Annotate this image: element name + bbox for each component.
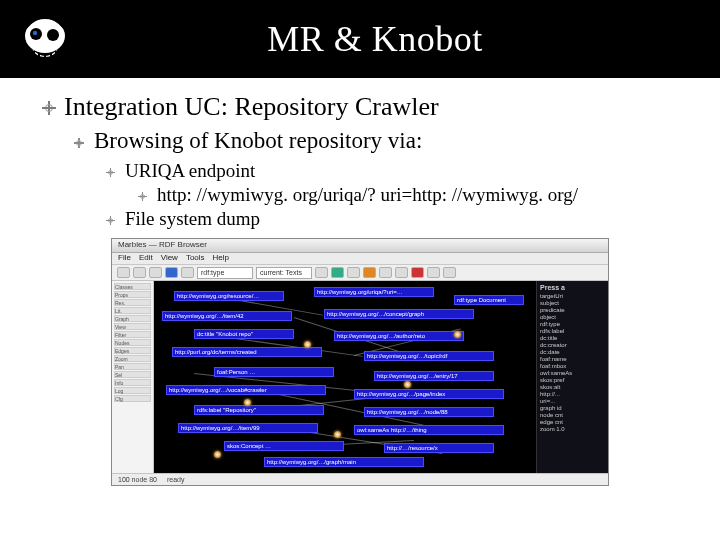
bullet-text: Integration UC: Repository Crawler bbox=[64, 92, 439, 122]
graph-orb-icon bbox=[214, 451, 221, 458]
graph-node[interactable]: owl:sameAs http://…/thing bbox=[354, 425, 504, 435]
bullet-text: http: //wymiwyg. org/uriqa/? uri=http: /… bbox=[157, 184, 578, 206]
graph-orb-icon bbox=[404, 381, 411, 388]
sidebar-item[interactable]: Log bbox=[114, 387, 151, 394]
panel-row: dc:creator bbox=[540, 342, 605, 349]
panel-row: edge cnt bbox=[540, 419, 605, 426]
panel-row: zoom 1.0 bbox=[540, 426, 605, 433]
sidebar-item[interactable]: Sel bbox=[114, 371, 151, 378]
graph-node[interactable]: http://wymiwyg.org/…/vocab#crawler bbox=[166, 385, 326, 395]
bullet-text: Browsing of Knobot repository via: bbox=[94, 128, 422, 154]
graph-orb-icon bbox=[454, 331, 461, 338]
graph-node[interactable]: http://wymiwyg.org/…/page/index bbox=[354, 389, 504, 399]
sidebar-item[interactable]: Edges bbox=[114, 347, 151, 354]
toolbar-button[interactable] bbox=[315, 267, 328, 278]
panel-row: http://... bbox=[540, 391, 605, 398]
graph-node[interactable]: rdfs:label "Repository" bbox=[194, 405, 324, 415]
panel-row: graph id bbox=[540, 405, 605, 412]
toolbar-button[interactable] bbox=[411, 267, 424, 278]
graph-node[interactable]: rdf:type Document bbox=[454, 295, 524, 305]
graph-node[interactable]: http://wymiwyg.org/…/topic/rdf bbox=[364, 351, 494, 361]
panel-row: dc:title bbox=[540, 335, 605, 342]
toolbar-button[interactable] bbox=[165, 267, 178, 278]
bullet-level3: URIQA endpoint bbox=[106, 160, 678, 182]
graph-node[interactable]: http://wymiwyg.org/…/author/reto bbox=[334, 331, 464, 341]
panel-row: rdfs:label bbox=[540, 328, 605, 335]
panel-row: node cnt bbox=[540, 412, 605, 419]
panel-row: predicate bbox=[540, 307, 605, 314]
graph-node[interactable]: http://wymiwyg.org/…/item/99 bbox=[178, 423, 318, 433]
right-panel: Press a targetUrisubjectpredicateobjectr… bbox=[536, 281, 608, 473]
menu-item[interactable]: File bbox=[118, 253, 131, 264]
toolbar-button[interactable] bbox=[149, 267, 162, 278]
sidebar-item[interactable]: Graph bbox=[114, 315, 151, 322]
sidebar-item[interactable]: Props bbox=[114, 291, 151, 298]
sidebar-item[interactable]: Cfg bbox=[114, 395, 151, 402]
toolbar-button[interactable] bbox=[443, 267, 456, 278]
sidebar-item[interactable]: Classes bbox=[114, 283, 151, 290]
slide: MR & Knobot Integration UC: Repository C… bbox=[0, 0, 720, 540]
logo-wrap bbox=[0, 16, 90, 62]
skull-logo-icon bbox=[18, 16, 72, 62]
toolbar-select[interactable]: rdf:type bbox=[197, 267, 253, 279]
panel-row: owl:sameAs bbox=[540, 370, 605, 377]
graph-node[interactable]: http://wymiwyg.org/resource/… bbox=[174, 291, 284, 301]
sidebar-item[interactable]: Pan bbox=[114, 363, 151, 370]
sidebar-item[interactable]: View bbox=[114, 323, 151, 330]
toolbar-button[interactable] bbox=[379, 267, 392, 278]
sidebar-item[interactable]: Lit. bbox=[114, 307, 151, 314]
slide-body: Integration UC: Repository Crawler Brows… bbox=[0, 78, 720, 486]
svg-point-2 bbox=[33, 31, 37, 35]
status-bar: 100 node 80 ready bbox=[112, 473, 608, 485]
status-text: 100 node 80 bbox=[118, 476, 157, 483]
embedded-screenshot: Marbles — RDF Browser File Edit View Too… bbox=[111, 238, 609, 486]
menu-item[interactable]: Help bbox=[213, 253, 229, 264]
graph-node[interactable]: http://purl.org/dc/terms/created bbox=[172, 347, 322, 357]
graph-node[interactable]: foaf:Person … bbox=[214, 367, 334, 377]
toolbar-button[interactable] bbox=[347, 267, 360, 278]
bullet-text: File system dump bbox=[125, 208, 260, 230]
graph-node[interactable]: http://wymiwyg.org/uriqa/?uri=… bbox=[314, 287, 434, 297]
graph-canvas[interactable]: http://wymiwyg.org/resource/…http://wymi… bbox=[154, 281, 536, 473]
toolbar-button[interactable] bbox=[427, 267, 440, 278]
sidebar-item[interactable]: Filter bbox=[114, 331, 151, 338]
graph-node[interactable]: http://wymiwyg.org/…/node/88 bbox=[364, 407, 494, 417]
sidebar-item[interactable]: Res. bbox=[114, 299, 151, 306]
bullet-level3: File system dump bbox=[106, 208, 678, 230]
window-content: ClassesPropsRes.Lit.GraphViewFilterNodes… bbox=[112, 281, 608, 473]
graph-orb-icon bbox=[334, 431, 341, 438]
sidebar-item[interactable]: Info bbox=[114, 379, 151, 386]
panel-row: foaf:mbox bbox=[540, 363, 605, 370]
svg-point-3 bbox=[47, 29, 59, 41]
window-titlebar: Marbles — RDF Browser bbox=[112, 239, 608, 253]
graph-orb-icon bbox=[244, 399, 251, 406]
toolbar-button[interactable] bbox=[181, 267, 194, 278]
toolbar-button[interactable] bbox=[117, 267, 130, 278]
toolbar-select[interactable]: current: Texts bbox=[256, 267, 312, 279]
graph-node[interactable]: http://wymiwyg.org/…/concept/graph bbox=[324, 309, 474, 319]
toolbar-button[interactable] bbox=[395, 267, 408, 278]
bullet-level4: http: //wymiwyg. org/uriqa/? uri=http: /… bbox=[138, 184, 678, 206]
bullet-icon bbox=[106, 216, 115, 225]
graph-node[interactable]: http://…/resource/x bbox=[384, 443, 494, 453]
menu-item[interactable]: View bbox=[161, 253, 178, 264]
menu-item[interactable]: Edit bbox=[139, 253, 153, 264]
right-panel-header: Press a bbox=[540, 284, 605, 291]
bullet-text: URIQA endpoint bbox=[125, 160, 255, 182]
graph-node[interactable]: http://wymiwyg.org/…/entry/17 bbox=[374, 371, 494, 381]
graph-node[interactable]: http://wymiwyg.org/…/item/42 bbox=[162, 311, 292, 321]
toolbar-button[interactable] bbox=[363, 267, 376, 278]
menu-item[interactable]: Tools bbox=[186, 253, 205, 264]
bullet-icon bbox=[138, 192, 147, 201]
slide-header: MR & Knobot bbox=[0, 0, 720, 78]
toolbar-button[interactable] bbox=[331, 267, 344, 278]
status-text: ready bbox=[167, 476, 185, 483]
sidebar-item[interactable]: Nodes bbox=[114, 339, 151, 346]
toolbar-button[interactable] bbox=[133, 267, 146, 278]
graph-node[interactable]: dc:title "Knobot repo" bbox=[194, 329, 294, 339]
graph-node[interactable]: http://wymiwyg.org/…/graph/main bbox=[264, 457, 424, 467]
graph-node[interactable]: skos:Concept … bbox=[224, 441, 344, 451]
graph-orb-icon bbox=[304, 341, 311, 348]
panel-row: skos:alt bbox=[540, 384, 605, 391]
sidebar-item[interactable]: Zoom bbox=[114, 355, 151, 362]
